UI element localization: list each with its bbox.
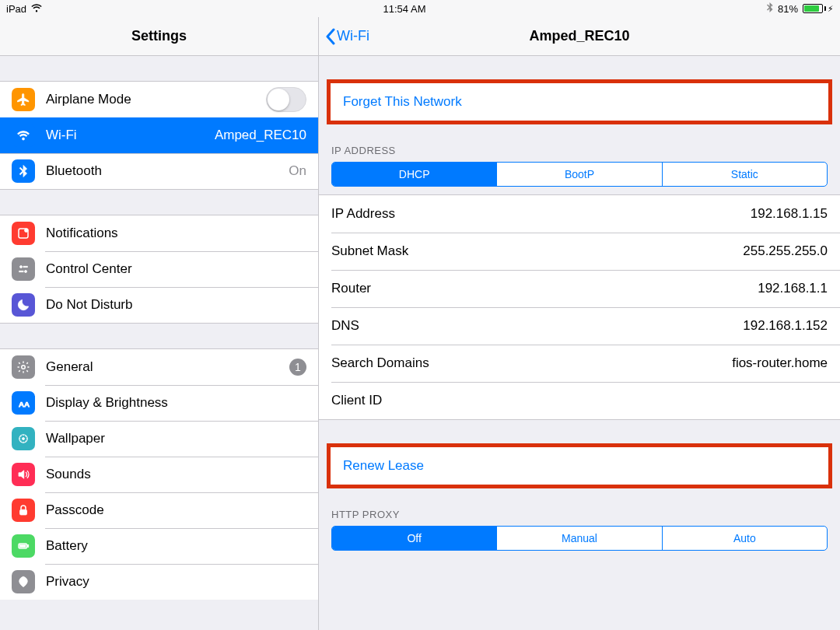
detail-navbar: Wi-Fi Amped_REC10: [319, 17, 840, 56]
highlight-forget: Forget This Network: [327, 79, 832, 124]
ip-mode-segmented[interactable]: DHCP BootP Static: [331, 162, 828, 187]
seg-bootp[interactable]: BootP: [496, 163, 661, 186]
svg-rect-3: [23, 266, 27, 268]
bluetooth-icon: [12, 159, 35, 183]
notifications-label: Notifications: [46, 226, 318, 241]
sidebar-navbar: Settings: [0, 17, 318, 56]
wifi-value: Amped_REC10: [215, 128, 306, 143]
sidebar-item-bluetooth[interactable]: Bluetooth On: [0, 153, 318, 189]
sidebar-item-wifi[interactable]: Wi-Fi Amped_REC10: [0, 117, 318, 153]
sidebar-item-general[interactable]: General 1: [0, 349, 318, 385]
sidebar-group-1: Airplane Mode Wi-Fi Amped_REC10 Bluetoot…: [0, 81, 318, 190]
detail-title: Amped_REC10: [529, 28, 629, 44]
display-label: Display & Brightness: [46, 395, 318, 411]
status-bar: iPad 11:54 AM 81% ⚡︎: [0, 0, 840, 17]
bluetooth-status-icon: [767, 2, 773, 15]
svg-rect-10: [20, 509, 27, 515]
airplane-switch[interactable]: [266, 87, 306, 112]
svg-rect-12: [27, 545, 29, 548]
seg-static[interactable]: Static: [662, 163, 827, 186]
airplane-label: Airplane Mode: [46, 92, 266, 107]
back-label: Wi-Fi: [337, 28, 369, 44]
general-icon: [12, 355, 35, 379]
controlcenter-icon: [12, 257, 35, 281]
dnd-icon: [12, 293, 35, 317]
sounds-label: Sounds: [46, 467, 318, 482]
privacy-icon: [12, 570, 35, 593]
svg-point-4: [25, 271, 27, 273]
proxy-section-header: HTTP PROXY: [319, 488, 840, 526]
sidebar-item-wallpaper[interactable]: Wallpaper: [0, 421, 318, 457]
passcode-icon: [12, 499, 35, 522]
row-dns[interactable]: DNS 192.168.1.152: [319, 307, 840, 345]
highlight-renew: Renew Lease: [327, 443, 832, 488]
general-badge: 1: [289, 359, 306, 376]
battery-percent: 81%: [778, 3, 798, 15]
wifi-row-icon: [12, 124, 35, 147]
svg-point-2: [20, 266, 23, 268]
battery-label: Battery: [46, 538, 318, 554]
bluetooth-label: Bluetooth: [46, 163, 289, 179]
sidebar-group-3: General 1 AA Display & Brightness Wallpa…: [0, 348, 318, 600]
row-ip-address[interactable]: IP Address 192.168.1.15: [319, 195, 840, 233]
passcode-label: Passcode: [46, 502, 318, 518]
svg-rect-13: [20, 545, 26, 548]
row-subnet[interactable]: Subnet Mask 255.255.255.0: [319, 233, 840, 270]
row-search-domains[interactable]: Search Domains fios-router.home: [319, 345, 840, 382]
seg-proxy-off[interactable]: Off: [332, 527, 496, 550]
row-router[interactable]: Router 192.168.1.1: [319, 270, 840, 307]
bluetooth-value: On: [289, 163, 306, 179]
dnd-label: Do Not Disturb: [46, 297, 318, 313]
back-button[interactable]: Wi-Fi: [325, 17, 369, 55]
seg-proxy-auto[interactable]: Auto: [662, 527, 827, 550]
privacy-label: Privacy: [46, 574, 318, 590]
battery-settings-icon: [12, 534, 35, 558]
wallpaper-label: Wallpaper: [46, 431, 318, 446]
display-icon: AA: [12, 391, 35, 415]
proxy-segmented[interactable]: Off Manual Auto: [331, 526, 828, 551]
airplane-icon: [12, 88, 35, 111]
svg-rect-5: [19, 271, 23, 272]
svg-point-9: [23, 438, 25, 440]
seg-dhcp[interactable]: DHCP: [332, 163, 496, 186]
ip-section-header: IP ADDRESS: [319, 124, 840, 162]
sidebar-item-privacy[interactable]: Privacy: [0, 564, 318, 600]
seg-proxy-manual[interactable]: Manual: [496, 527, 661, 550]
sidebar-item-battery[interactable]: Battery: [0, 528, 318, 564]
detail-pane: Wi-Fi Amped_REC10 Forget This Network IP…: [319, 17, 840, 630]
row-client-id[interactable]: Client ID: [319, 382, 840, 419]
sounds-icon: [12, 463, 35, 486]
sidebar-item-dnd[interactable]: Do Not Disturb: [0, 287, 318, 323]
svg-point-1: [25, 229, 29, 233]
ip-table: IP Address 192.168.1.15 Subnet Mask 255.…: [319, 194, 840, 420]
notifications-icon: [12, 222, 35, 245]
forget-network-button[interactable]: Forget This Network: [331, 83, 828, 121]
clock: 11:54 AM: [42, 3, 767, 15]
sidebar-item-sounds[interactable]: Sounds: [0, 457, 318, 492]
general-label: General: [46, 359, 289, 375]
sidebar-group-2: Notifications Control Center Do Not Dist…: [0, 215, 318, 324]
device-label: iPad: [6, 3, 26, 15]
wallpaper-icon: [12, 427, 35, 450]
sidebar-item-airplane[interactable]: Airplane Mode: [0, 82, 318, 117]
renew-lease-button[interactable]: Renew Lease: [331, 447, 828, 485]
sidebar-item-display[interactable]: AA Display & Brightness: [0, 385, 318, 421]
sidebar-title: Settings: [131, 28, 187, 44]
battery-icon: ⚡︎: [803, 4, 834, 14]
wifi-label: Wi-Fi: [46, 128, 215, 143]
settings-sidebar: Settings Airplane Mode Wi-Fi Amped_REC10: [0, 17, 319, 630]
sidebar-item-controlcenter[interactable]: Control Center: [0, 251, 318, 287]
svg-text:AA: AA: [19, 400, 30, 408]
controlcenter-label: Control Center: [46, 261, 318, 277]
sidebar-item-notifications[interactable]: Notifications: [0, 215, 318, 251]
wifi-icon: [31, 3, 42, 15]
sidebar-item-passcode[interactable]: Passcode: [0, 492, 318, 528]
svg-point-6: [22, 366, 26, 369]
